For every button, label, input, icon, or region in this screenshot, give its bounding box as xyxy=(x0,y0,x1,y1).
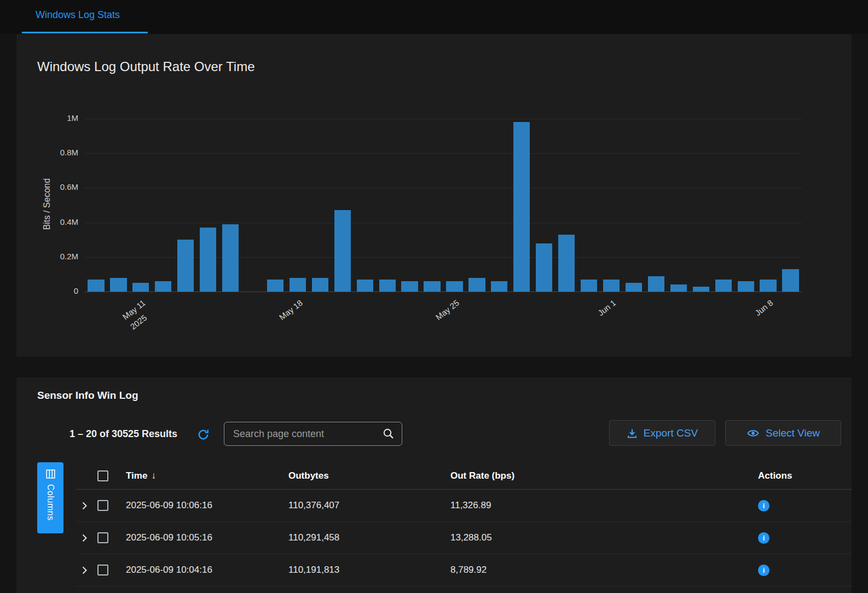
export-csv-button[interactable]: Export CSV xyxy=(609,420,715,446)
header-time[interactable]: Time ↓ xyxy=(126,470,288,481)
cell-outbytes: 110,191,813 xyxy=(288,565,450,575)
chart-bar xyxy=(290,278,306,292)
y-axis-tick-label: 0.6M xyxy=(60,182,78,191)
section-title: Sensor Info Win Log xyxy=(37,389,138,402)
chart-bar xyxy=(267,280,283,292)
chart-bar xyxy=(424,281,440,292)
expand-row-icon[interactable] xyxy=(82,566,88,575)
select-view-button[interactable]: Select View xyxy=(725,420,841,446)
info-icon[interactable]: i xyxy=(758,532,769,544)
chart-bar xyxy=(446,281,462,292)
chart-bar xyxy=(648,276,664,292)
chart-bar xyxy=(155,281,171,292)
chart-bar xyxy=(177,240,194,292)
chart-gridline xyxy=(85,292,802,292)
select-view-label: Select View xyxy=(766,427,820,439)
sort-desc-icon: ↓ xyxy=(151,470,156,481)
y-axis-title: Bits / Second xyxy=(42,178,52,230)
chart-bar xyxy=(760,280,776,292)
y-axis-tick-label: 0.8M xyxy=(60,148,78,157)
header-outbytes[interactable]: Outbytes xyxy=(288,470,450,481)
chart-bar xyxy=(581,280,597,292)
table-row: 2025-06-09 10:05:16 110,291,458 13,288.0… xyxy=(77,522,852,554)
columns-button-label: Columns xyxy=(45,484,55,521)
tab-windows-log-stats[interactable]: Windows Log Stats xyxy=(36,9,120,21)
cell-outrate: 13,288.05 xyxy=(450,532,757,543)
select-all-checkbox[interactable] xyxy=(97,470,108,481)
chart-bar xyxy=(88,280,104,292)
expand-row-icon[interactable] xyxy=(82,533,88,543)
eye-icon xyxy=(747,427,760,440)
chart-bar xyxy=(513,122,530,292)
y-axis-tick-label: 0 xyxy=(74,286,78,295)
chart-bar xyxy=(334,210,351,292)
cell-outbytes: 110,291,458 xyxy=(288,532,450,543)
refresh-button[interactable] xyxy=(196,427,210,441)
chart-bar xyxy=(738,281,754,292)
row-checkbox[interactable] xyxy=(97,532,108,543)
search-box xyxy=(224,422,402,446)
cell-outrate: 11,326.89 xyxy=(450,500,757,511)
info-icon[interactable]: i xyxy=(758,500,769,511)
export-csv-label: Export CSV xyxy=(644,427,698,439)
chart-bar xyxy=(670,284,687,292)
results-count: 1 – 20 of 30525 Results xyxy=(70,428,177,440)
cell-time: 2025-06-09 10:04:16 xyxy=(126,565,288,575)
chart-bar xyxy=(536,243,552,292)
download-icon xyxy=(627,428,638,439)
chart-bar xyxy=(222,224,239,292)
cell-time: 2025-06-09 10:05:16 xyxy=(126,532,288,543)
y-axis-tick-label: 0.4M xyxy=(60,217,78,226)
chart-bar xyxy=(200,228,216,292)
chart-bar xyxy=(312,278,328,292)
cell-outbytes: 110,376,407 xyxy=(288,500,450,511)
columns-button[interactable]: Columns xyxy=(37,462,63,533)
refresh-icon xyxy=(197,428,210,441)
search-icon[interactable] xyxy=(383,428,395,440)
results-table: Time ↓ Outbytes Out Rate (bps) Actions 2… xyxy=(77,462,852,586)
chart-bar xyxy=(693,287,709,292)
chart-gridline xyxy=(85,188,802,188)
table-header-row: Time ↓ Outbytes Out Rate (bps) Actions xyxy=(77,462,852,490)
cell-time: 2025-06-09 10:06:16 xyxy=(126,500,288,511)
chart-bar xyxy=(491,281,507,292)
chart-bar xyxy=(401,281,418,292)
table-body: 2025-06-09 10:06:16 110,376,407 11,326.8… xyxy=(77,490,852,586)
chart-bar xyxy=(132,283,149,292)
chart-bar xyxy=(626,283,642,292)
chart-bar xyxy=(379,280,396,292)
chart-bar xyxy=(558,235,575,292)
chart-bar xyxy=(603,280,620,292)
chart-gridline xyxy=(85,153,802,154)
chart-bar xyxy=(468,278,485,292)
row-checkbox[interactable] xyxy=(97,500,108,511)
chart-bar xyxy=(782,269,798,292)
info-icon[interactable]: i xyxy=(758,565,769,576)
chart-gridline xyxy=(85,119,802,119)
chart-bar xyxy=(357,280,373,292)
columns-grid-icon xyxy=(46,469,55,479)
tab-active-indicator xyxy=(22,32,148,33)
expand-row-icon[interactable] xyxy=(82,501,88,510)
top-tab-bar xyxy=(0,0,868,34)
chart-bar xyxy=(715,280,732,292)
table-row: 2025-06-09 10:06:16 110,376,407 11,326.8… xyxy=(77,490,852,522)
cell-outrate: 8,789.92 xyxy=(450,565,757,575)
row-checkbox[interactable] xyxy=(97,565,108,575)
search-input[interactable] xyxy=(224,428,383,440)
chart-gridline xyxy=(85,223,802,223)
header-out-rate[interactable]: Out Rate (bps) xyxy=(450,470,757,481)
chart-plot: 00.2M0.4M0.6M0.8M1MMay 11 2025May 18May … xyxy=(85,119,802,292)
chart-bar xyxy=(110,278,126,292)
y-axis-tick-label: 1M xyxy=(67,113,78,123)
chart-title: Windows Log Output Rate Over Time xyxy=(37,59,255,74)
header-actions: Actions xyxy=(757,470,852,481)
table-row: 2025-06-09 10:04:16 110,191,813 8,789.92… xyxy=(77,554,852,586)
y-axis-tick-label: 0.2M xyxy=(60,252,78,261)
